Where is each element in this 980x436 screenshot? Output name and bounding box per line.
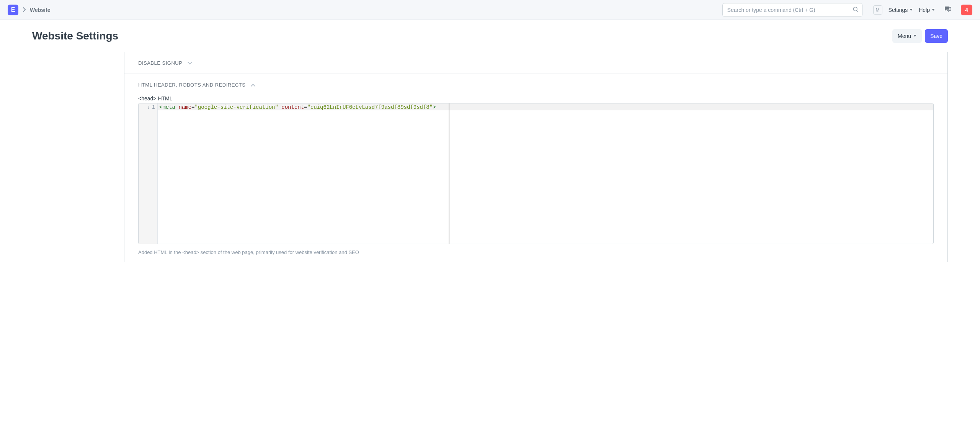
section-disable-signup[interactable]: Disable Signup — [124, 52, 947, 74]
code-gutter: i1 — [139, 103, 158, 244]
search-container — [722, 3, 862, 17]
breadcrumb-website[interactable]: Website — [30, 7, 50, 13]
menu-label: Menu — [898, 33, 911, 39]
help-label: Help — [919, 7, 930, 13]
section-html-header[interactable]: HTML Header, Robots and Redirects — [124, 74, 947, 95]
search-input[interactable] — [722, 3, 862, 17]
code-line-1: <meta name="google-site-verification" co… — [158, 103, 933, 110]
settings-menu[interactable]: Settings — [889, 7, 913, 13]
field-label-head-html: <head> HTML — [138, 95, 934, 102]
gutter-info-icon: i — [148, 104, 150, 110]
notification-count-badge[interactable]: 4 — [961, 5, 972, 15]
save-button[interactable]: Save — [925, 29, 948, 43]
code-area[interactable]: <meta name="google-site-verification" co… — [158, 103, 933, 244]
app-logo[interactable]: E — [8, 5, 18, 15]
code-editor[interactable]: i1 <meta name="google-site-verification"… — [138, 103, 934, 244]
field-help-text: Added HTML in the <head> section of the … — [138, 249, 934, 255]
line-number: 1 — [152, 104, 155, 110]
caret-down-icon — [913, 35, 916, 37]
chevron-up-icon — [251, 82, 255, 88]
section-title: HTML Header, Robots and Redirects — [138, 82, 245, 88]
settings-label: Settings — [889, 7, 908, 13]
help-menu[interactable]: Help — [919, 7, 935, 13]
cursor-position-bar — [449, 103, 449, 244]
main-panel: Disable Signup HTML Header, Robots and R… — [124, 52, 948, 262]
section-body-html-header: <head> HTML i1 <meta name="google-site-v… — [124, 95, 947, 262]
chevron-down-icon — [188, 60, 192, 66]
page-title: Website Settings — [32, 30, 118, 42]
header-actions: Menu Save — [892, 29, 948, 43]
page-header: Website Settings Menu Save — [0, 20, 980, 52]
caret-down-icon — [910, 9, 913, 11]
caret-down-icon — [932, 9, 935, 11]
topbar: E Website M Settings Help 4 — [0, 0, 980, 20]
section-title: Disable Signup — [138, 60, 182, 66]
chevron-right-icon — [23, 7, 26, 13]
keyboard-shortcut-badge: M — [873, 5, 882, 15]
content-area: Disable Signup HTML Header, Robots and R… — [0, 52, 980, 262]
chat-icon[interactable] — [944, 6, 952, 14]
menu-button[interactable]: Menu — [892, 29, 922, 43]
